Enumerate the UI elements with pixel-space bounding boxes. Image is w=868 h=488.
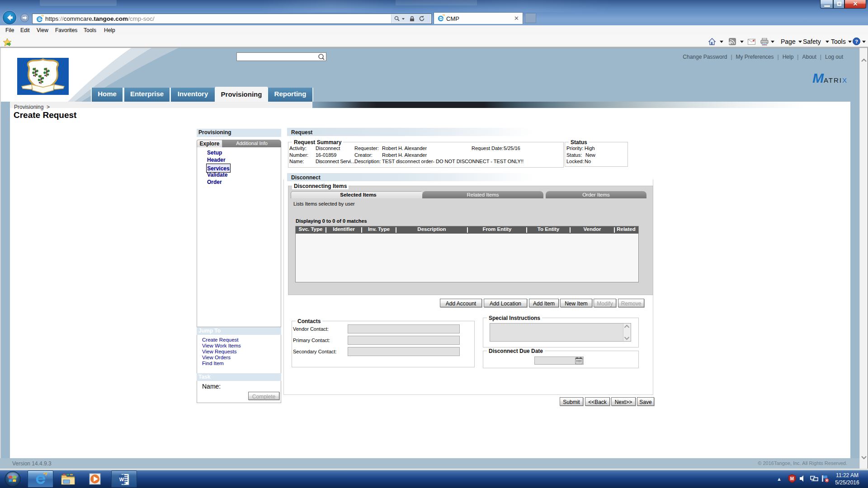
- svg-text:W: W: [119, 477, 124, 482]
- svg-text:M: M: [790, 476, 794, 481]
- svg-text:?: ?: [855, 39, 858, 44]
